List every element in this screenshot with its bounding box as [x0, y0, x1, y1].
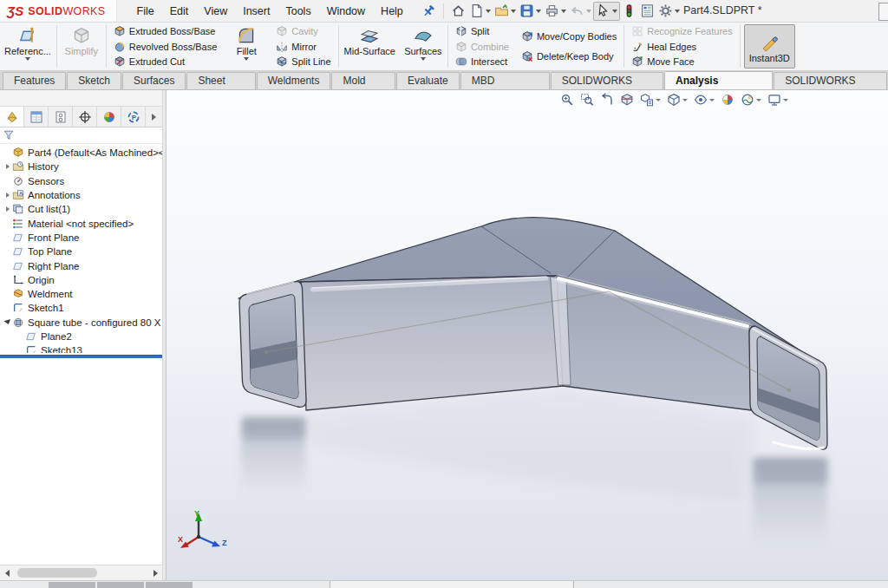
dropdown-caret-icon[interactable] [682, 99, 688, 101]
scroll-left-arrow[interactable] [0, 570, 14, 577]
tree-item[interactable]: Sensors [0, 174, 162, 188]
tab-sketch[interactable]: Sketch [67, 72, 121, 89]
tab-mold-tools[interactable]: Mold Tools [331, 72, 395, 89]
tab-solidworks-add-ins[interactable]: SOLIDWORKS Add-Ins [551, 72, 663, 89]
tree-item[interactable]: Plane2 [0, 330, 162, 343]
split-line-button[interactable]: Split Line [272, 55, 334, 69]
mirror-button[interactable]: Mirror [272, 40, 334, 54]
dropdown-caret-icon[interactable] [756, 99, 761, 101]
dropdown-caret-icon[interactable] [783, 99, 788, 101]
select-cursor-button[interactable] [593, 2, 620, 21]
menu-item-help[interactable]: Help [373, 3, 411, 19]
model-canvas-square-tube-elbow[interactable] [166, 90, 888, 580]
property-manager-tab[interactable] [24, 107, 49, 127]
zoom-to-area-button[interactable] [580, 93, 594, 107]
menu-item-tools[interactable]: Tools [278, 3, 318, 19]
tree-expand-arrow[interactable] [3, 164, 12, 169]
dropdown-caret-icon[interactable] [511, 10, 516, 13]
titlebar-partial-control[interactable] [878, 3, 888, 21]
tab-analysis-preparation[interactable]: Analysis Preparation [664, 71, 773, 89]
new-document-button[interactable] [467, 3, 493, 20]
delete-keep-body-button[interactable]: Delete/Keep Body [518, 49, 620, 63]
tree-item[interactable]: Top Plane [0, 245, 162, 258]
view-orientation-button[interactable] [667, 93, 688, 107]
tree-item[interactable]: Origin [0, 273, 162, 287]
home-button[interactable] [449, 3, 467, 20]
panel-horizontal-scrollbar[interactable] [0, 565, 162, 580]
scrollbar-track[interactable] [14, 565, 148, 580]
menu-item-insert[interactable]: Insert [235, 3, 278, 19]
reference-geometry-button[interactable]: Referenc... [0, 23, 56, 70]
dropdown-caret-icon[interactable] [536, 10, 541, 13]
fillet-button[interactable]: Fillet [223, 23, 270, 70]
tree-expand-arrow[interactable] [3, 320, 12, 324]
menu-item-window[interactable]: Window [319, 3, 373, 19]
tree-item[interactable]: AAnnotations [0, 188, 162, 202]
tab-surfaces[interactable]: Surfaces [122, 72, 186, 89]
tree-item[interactable]: Part4 (Default<As Machined><<Def [0, 146, 162, 160]
feature-manager-tab[interactable] [0, 107, 24, 127]
tree-expand-arrow[interactable] [3, 206, 12, 212]
tree-item[interactable]: Right Plane [0, 258, 162, 272]
dropdown-caret-icon[interactable] [586, 10, 591, 13]
zoom-to-fit-button[interactable] [560, 93, 574, 107]
instant3d-button[interactable]: Instant3D [744, 24, 795, 69]
tab-sheet-metal[interactable]: Sheet Metal [186, 72, 255, 89]
dimxpert-manager-tab[interactable] [73, 107, 97, 127]
cam-manager-tab[interactable]: P [121, 107, 146, 127]
tree-item[interactable]: History [0, 160, 162, 173]
tree-expand-arrow[interactable] [3, 193, 12, 198]
configuration-manager-tab[interactable] [49, 107, 73, 127]
tree-item[interactable]: Square tube - configured 80 X 80 [0, 316, 162, 330]
graphics-viewport[interactable]: Y X Z [166, 90, 888, 580]
tree-item[interactable]: Weldment [0, 287, 162, 301]
heal-edges-button[interactable]: Heal Edges [628, 40, 735, 54]
tab-weldments[interactable]: Weldments [257, 72, 331, 89]
dropdown-caret-icon[interactable] [612, 10, 617, 13]
view-settings-button[interactable] [767, 93, 788, 107]
tree-item[interactable]: Front Plane [0, 231, 162, 245]
file-properties-button[interactable] [638, 3, 656, 20]
scroll-right-arrow[interactable] [148, 570, 162, 577]
apply-scene-button[interactable] [741, 93, 761, 107]
edit-appearance-button[interactable] [721, 93, 735, 107]
tree-item[interactable]: Sketch13 [0, 343, 162, 352]
section-view-button[interactable] [620, 93, 634, 107]
tab-features[interactable]: Features [3, 72, 66, 89]
dropdown-caret-icon[interactable] [244, 57, 249, 61]
tree-item[interactable]: Cut list(1) [0, 202, 162, 216]
menu-item-edit[interactable]: Edit [162, 3, 197, 19]
dropdown-caret-icon[interactable] [656, 99, 661, 101]
dropdown-caret-icon[interactable] [675, 10, 680, 13]
extruded-boss-button[interactable]: Extruded Boss/Base [110, 24, 221, 38]
split-button[interactable]: Split [452, 24, 513, 38]
tab-mbd-dimensions[interactable]: MBD Dimensions [460, 72, 550, 89]
extruded-cut-button[interactable]: Extruded Cut [110, 55, 221, 69]
dynamic-annotation-views-button[interactable] [640, 93, 661, 107]
revolved-boss-button[interactable]: Revolved Boss/Base [110, 40, 221, 54]
tab-solidworks-plastics[interactable]: SOLIDWORKS Plastics [774, 72, 887, 89]
dropdown-caret-icon[interactable] [421, 57, 426, 61]
intersect-button[interactable]: Intersect [452, 55, 513, 69]
tree-item[interactable]: Sketch1 [0, 301, 162, 315]
scrollbar-thumb[interactable] [17, 568, 97, 578]
tree-filter-row[interactable] [0, 127, 162, 144]
dropdown-caret-icon[interactable] [486, 10, 491, 13]
panel-expand-chevron[interactable] [146, 107, 162, 127]
dropdown-caret-icon[interactable] [709, 99, 715, 101]
options-gear-button[interactable] [656, 3, 682, 20]
tree-item[interactable]: Material <not specified> [0, 216, 162, 230]
hide-show-items-button[interactable] [694, 93, 715, 107]
dropdown-caret-icon[interactable] [25, 57, 30, 61]
open-button[interactable] [493, 3, 518, 20]
pin-button[interactable] [420, 3, 438, 20]
display-manager-tab[interactable] [97, 107, 121, 127]
save-button[interactable] [518, 3, 543, 20]
move-face-button[interactable]: Move Face [628, 55, 735, 69]
print-button[interactable] [543, 3, 568, 20]
rebuild-traffic-light-button[interactable] [620, 3, 638, 20]
tab-evaluate[interactable]: Evaluate [396, 72, 460, 89]
surfaces-button[interactable]: Surfaces [400, 23, 447, 70]
mid-surface-button[interactable]: Mid-Surface [340, 23, 400, 70]
previous-view-button[interactable] [600, 93, 614, 107]
